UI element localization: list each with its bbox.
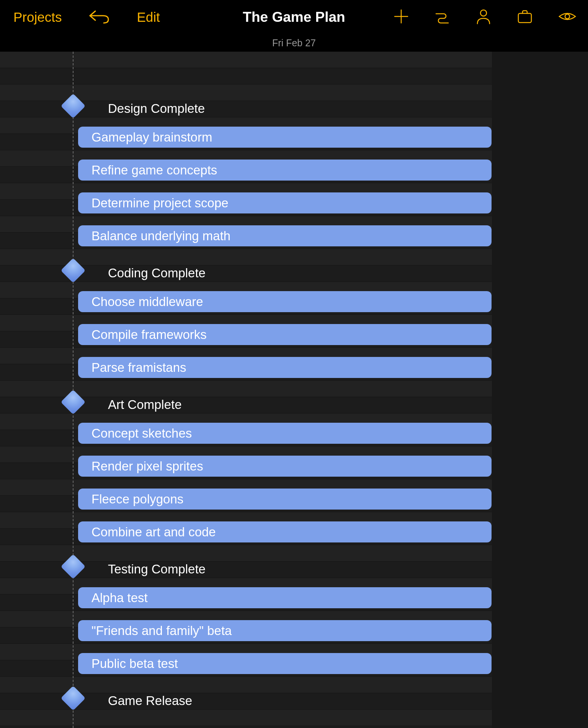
timeline-row[interactable]: Alpha test xyxy=(0,578,588,611)
timeline-row[interactable]: Combine art and code xyxy=(0,512,588,545)
milestone-marker[interactable] xyxy=(60,257,86,283)
milestone-label: Art Complete xyxy=(108,397,182,412)
task-bar[interactable]: Render pixel sprites xyxy=(78,456,492,477)
milestone-label: Design Complete xyxy=(108,101,205,116)
plus-icon xyxy=(394,9,409,24)
view-button[interactable] xyxy=(558,10,577,24)
undo-icon xyxy=(88,9,110,24)
milestone-marker[interactable] xyxy=(60,554,86,580)
task-bar[interactable]: Gameplay brainstorm xyxy=(78,127,492,148)
task-bar[interactable]: "Friends and family" beta xyxy=(78,620,492,641)
toolbar: Projects Edit The Game Plan xyxy=(0,0,588,34)
diamond-icon xyxy=(60,554,85,579)
milestone-marker[interactable] xyxy=(60,389,86,415)
milestone-marker[interactable] xyxy=(60,93,86,119)
svg-point-2 xyxy=(480,10,487,16)
task-bar[interactable]: Choose middleware xyxy=(78,291,492,312)
task-bar[interactable]: Combine art and code xyxy=(78,521,492,542)
timeline-row[interactable]: Public beta test xyxy=(0,644,588,677)
link-icon xyxy=(434,8,451,25)
diamond-icon xyxy=(60,686,85,710)
briefcase-icon xyxy=(516,8,533,25)
diamond-icon xyxy=(60,389,85,414)
toolbar-left: Projects Edit xyxy=(13,9,160,25)
diamond-icon xyxy=(60,93,85,118)
task-bar[interactable]: Determine project scope xyxy=(78,192,492,213)
date-label: Fri Feb 27 xyxy=(272,37,316,49)
milestone-marker[interactable] xyxy=(60,685,86,711)
task-bar[interactable]: Compile frameworks xyxy=(78,324,492,345)
task-bar[interactable]: Fleece polygons xyxy=(78,489,492,510)
task-bar[interactable]: Refine game concepts xyxy=(78,160,492,181)
svg-point-4 xyxy=(565,14,570,19)
task-bar[interactable]: Public beta test xyxy=(78,653,492,674)
projects-button[interactable]: Projects xyxy=(13,10,62,25)
undo-button[interactable] xyxy=(88,9,110,25)
task-bar[interactable]: Alpha test xyxy=(78,587,492,608)
page-title: The Game Plan xyxy=(243,9,345,25)
timeline-row[interactable]: Design Complete xyxy=(0,85,588,117)
task-bar[interactable]: Parse framistans xyxy=(78,357,492,378)
milestone-label: Coding Complete xyxy=(108,266,206,280)
timeline-row[interactable]: "Friends and family" beta xyxy=(0,611,588,644)
timeline-row[interactable]: Testing Complete xyxy=(0,545,588,578)
milestone-label: Testing Complete xyxy=(108,562,206,577)
briefcase-button[interactable] xyxy=(516,8,533,26)
eye-icon xyxy=(558,10,577,23)
timeline-canvas[interactable]: Design Complete Gameplay brainstorm Refi… xyxy=(0,52,588,728)
timeline-row[interactable]: Choose middleware xyxy=(0,282,588,315)
svg-rect-3 xyxy=(518,13,531,23)
edit-button[interactable]: Edit xyxy=(137,10,160,25)
diamond-icon xyxy=(60,258,85,283)
spacer xyxy=(0,52,588,85)
milestone-label: Game Release xyxy=(108,694,192,708)
user-button[interactable] xyxy=(475,8,492,26)
timeline-row[interactable]: Parse framistans xyxy=(0,348,588,381)
connections-button[interactable] xyxy=(434,8,451,26)
timeline-row[interactable]: Determine project scope xyxy=(0,183,588,216)
add-button[interactable] xyxy=(394,9,409,26)
timeline-row[interactable]: Fleece polygons xyxy=(0,479,588,512)
user-icon xyxy=(475,8,492,24)
timeline-row[interactable]: Game Release xyxy=(0,677,588,710)
timeline-row[interactable]: Compile frameworks xyxy=(0,315,588,348)
timeline-row[interactable]: Coding Complete xyxy=(0,249,588,282)
toolbar-right xyxy=(394,8,577,26)
date-bar: Fri Feb 27 xyxy=(0,34,588,52)
timeline-row[interactable]: Gameplay brainstorm xyxy=(0,117,588,150)
timeline-row[interactable]: Balance underlying math xyxy=(0,216,588,249)
timeline-row[interactable]: Art Complete xyxy=(0,381,588,414)
task-bar[interactable]: Concept sketches xyxy=(78,423,492,444)
task-bar[interactable]: Balance underlying math xyxy=(78,225,492,246)
timeline-row[interactable]: Concept sketches xyxy=(0,414,588,446)
timeline-row[interactable]: Refine game concepts xyxy=(0,150,588,183)
timeline-row[interactable]: Render pixel sprites xyxy=(0,446,588,479)
